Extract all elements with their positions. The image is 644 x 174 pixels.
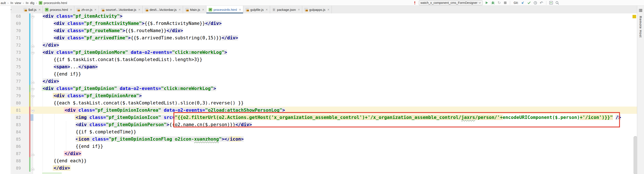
tab-process-html[interactable]: Hprocess.html✕ xyxy=(43,6,74,14)
code-text[interactable]: <div class="pf_itemOpinion" data-o2-even… xyxy=(42,85,216,92)
stop-button[interactable] xyxy=(503,1,507,5)
code-text[interactable]: {{end if}} xyxy=(42,143,103,150)
js-file-icon xyxy=(24,8,27,12)
history-button[interactable] xyxy=(533,1,538,5)
run-configuration-label: watch_x_component_cms_FormDesigner xyxy=(420,1,478,4)
code-text[interactable]: <icon class="pf_itemOpinionIconFlag o2ic… xyxy=(42,136,244,143)
coverage-button[interactable]: ↻ xyxy=(497,1,501,5)
code-text[interactable]: </div> xyxy=(42,164,70,172)
remote-host-tool-button[interactable]: Remote Host xyxy=(639,16,642,38)
close-icon[interactable]: ✕ xyxy=(266,8,268,11)
vcs-change-stripe xyxy=(29,106,30,114)
code-text[interactable]: <div class="pf_routeName">{{$.routeName}… xyxy=(42,27,183,34)
code-editor[interactable]: 68<div class="pf_itemActivity">69<div cl… xyxy=(0,14,637,174)
rollback-button[interactable]: ↶ xyxy=(539,1,544,5)
line-number: 88 xyxy=(11,157,21,164)
code-line-72: 72</div> xyxy=(0,42,637,49)
vcs-change-stripe xyxy=(29,14,30,20)
code-text[interactable]: </div> xyxy=(42,78,59,85)
line-number: 86 xyxy=(11,143,21,150)
tab-main-js[interactable]: Main.js✕ xyxy=(183,6,206,14)
tab-dest-actionbar-js[interactable]: dest\...\Actionbar.js✕ xyxy=(142,6,183,14)
tab-zh-cn-js[interactable]: zh-cn.js✕ xyxy=(74,6,99,14)
line-number: 80 xyxy=(11,99,21,106)
code-text[interactable]: {{end each}} xyxy=(42,157,86,164)
breadcrumb: ault›view›dlg›HprocessInfo.html xyxy=(0,1,67,5)
code-line-81: 81<div class="pf_itemOpinionIconArea" da… xyxy=(11,106,637,114)
tab-label: gulpfile.js xyxy=(250,8,264,12)
breadcrumb-item[interactable]: view xyxy=(10,1,21,5)
vcs-change-stripe xyxy=(29,150,30,157)
breadcrumb-item[interactable]: dlg xyxy=(26,1,34,5)
breadcrumb-item[interactable]: ault xyxy=(1,1,6,5)
close-icon[interactable]: ✕ xyxy=(138,8,140,11)
vcs-change-stripe xyxy=(29,85,30,92)
update-project-button[interactable] xyxy=(521,1,525,5)
code-line-88: 88{{end each}} xyxy=(0,157,637,164)
close-icon[interactable]: ✕ xyxy=(239,8,241,11)
line-number: 73 xyxy=(11,49,21,56)
line-number: 83 xyxy=(11,121,21,128)
code-text[interactable]: {{end if}} xyxy=(42,70,81,78)
line-number: 75 xyxy=(11,63,21,70)
code-text[interactable]: <div class="pf_itemOpinionArea"> xyxy=(42,92,142,99)
tab-package-json[interactable]: {}package.json✕ xyxy=(270,6,302,14)
code-text[interactable]: </div> xyxy=(42,150,81,157)
search-everywhere-icon[interactable] xyxy=(555,1,559,5)
code-line-85: 85<icon class="pf_itemOpinionIconFlag o2… xyxy=(0,136,637,143)
line-number: 74 xyxy=(11,56,21,63)
breadcrumb-label: processInfo.html xyxy=(44,1,67,5)
run-button[interactable] xyxy=(484,1,489,5)
breadcrumb-label: dlg xyxy=(30,1,34,5)
close-icon[interactable]: ✕ xyxy=(38,8,41,11)
vcs-change-stripe xyxy=(29,164,30,172)
vcs-change-stripe xyxy=(29,34,30,42)
vcs-change-stripe xyxy=(29,78,30,85)
breadcrumb-separator: › xyxy=(23,1,24,5)
js-file-icon xyxy=(101,8,104,12)
tab-gulpfile-js[interactable]: gulpfile.js✕ xyxy=(243,6,270,14)
close-icon[interactable]: ✕ xyxy=(94,8,96,11)
close-icon[interactable]: ✕ xyxy=(202,8,204,11)
debug-button[interactable] xyxy=(491,1,495,5)
tag-match-highlight-partial xyxy=(42,172,62,174)
code-text[interactable]: <div class="pf_itemOpinionPerson">{{o2.n… xyxy=(42,121,252,128)
run-anything-button[interactable] xyxy=(549,1,553,5)
tab-processinfo-html[interactable]: HprocessInfo.html✕ xyxy=(206,6,243,14)
code-text[interactable]: {{each $.taskList.concat($.taskCompleted… xyxy=(42,99,244,106)
line-number: 76 xyxy=(11,70,21,78)
code-text[interactable]: {{if $.completedTime}} xyxy=(42,128,136,136)
code-text[interactable]: <img class="pf_itemOpinionIcon" src="{{o… xyxy=(42,114,621,121)
code-text[interactable]: <div class="pf_arrivedTime">{{$.arrivedT… xyxy=(42,34,238,42)
code-line-75: 75<span>...</span> xyxy=(0,63,637,70)
tab-label: gulpapps.js xyxy=(309,8,326,12)
close-icon[interactable]: ✕ xyxy=(178,8,181,11)
code-text[interactable]: <div class="pf_itemOpinionMore" data-o2-… xyxy=(42,49,227,56)
close-icon[interactable]: ✕ xyxy=(298,8,300,11)
code-text[interactable]: </div> xyxy=(42,42,59,49)
fold-marker-icon[interactable] xyxy=(31,166,34,173)
tab-gulpapps-js[interactable]: gulpapps.js✕ xyxy=(302,6,332,14)
close-icon[interactable]: ✕ xyxy=(70,8,72,11)
tab-source-actionbar-js[interactable]: source\...\Actionbar.js✕ xyxy=(99,6,142,14)
editor-scrollbar[interactable] xyxy=(634,136,637,174)
code-text[interactable]: <div class="pf_itemOpinionIconArea" data… xyxy=(42,106,285,114)
server-icon xyxy=(639,9,642,13)
breadcrumb-item[interactable]: HprocessInfo.html xyxy=(39,1,67,5)
run-configuration-select[interactable]: watch_x_component_cms_FormDesigner xyxy=(419,0,483,5)
html-file-icon: H xyxy=(39,1,42,5)
code-text[interactable]: {{if $.taskList.concat($.taskCompletedLi… xyxy=(42,56,202,63)
tab-label: process.html xyxy=(50,8,68,12)
commit-button[interactable] xyxy=(527,1,531,5)
close-icon[interactable]: ✕ xyxy=(327,8,330,11)
js-file-icon xyxy=(76,8,80,12)
vcs-change-stripe xyxy=(29,49,30,56)
error-stripe-warning-mark[interactable] xyxy=(632,15,636,18)
tab--all-js[interactable]: $all.js✕ xyxy=(21,6,43,14)
breadcrumb-separator: › xyxy=(8,1,8,5)
code-text[interactable]: <span>...</span> xyxy=(42,63,98,70)
vcs-change-stripe xyxy=(29,20,30,27)
code-text[interactable]: <div class="pf_itemActivity"> xyxy=(42,14,122,20)
code-text[interactable]: <div class="pf_fromActivityName">{{$.fro… xyxy=(42,20,222,27)
line-number: 87 xyxy=(11,150,21,157)
